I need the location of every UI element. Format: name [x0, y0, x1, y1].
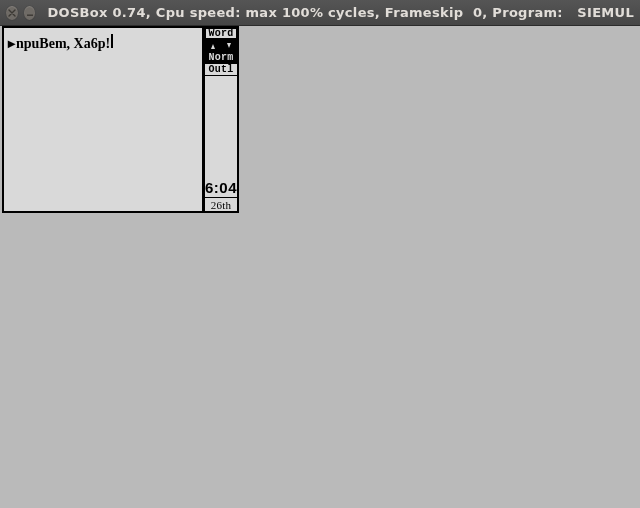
minimize-icon[interactable] [24, 6, 36, 20]
status-spacer [205, 76, 237, 177]
outline-indicator[interactable]: Outl [205, 64, 237, 76]
status-column: Word Norm Outl 6:04 26th [204, 27, 238, 212]
clock-display: 6:04 [205, 177, 237, 197]
svg-marker-1 [211, 44, 215, 49]
window-title: DOSBox 0.74, Cpu speed: max 100% cycles,… [47, 5, 634, 20]
prompt-symbol: ▸ [8, 37, 15, 52]
text-editor-area[interactable]: ▸ npuBem, Xa6p! [3, 27, 203, 212]
window-titlebar: DOSBox 0.74, Cpu speed: max 100% cycles,… [0, 0, 640, 26]
scroll-arrows-icon[interactable] [205, 40, 237, 52]
svg-rect-0 [27, 14, 33, 15]
close-icon[interactable] [6, 6, 18, 20]
emulator-display: ▸ npuBem, Xa6p! Word Norm Outl 6:04 26th [2, 26, 239, 213]
svg-marker-2 [227, 43, 231, 48]
workspace-background: ▸ npuBem, Xa6p! Word Norm Outl 6:04 26th [0, 26, 640, 508]
text-cursor [111, 34, 113, 48]
style-indicator[interactable]: Norm [205, 52, 237, 64]
date-display: 26th [205, 197, 237, 211]
editor-text: npuBem, Xa6p! [16, 37, 110, 52]
mode-indicator[interactable]: Word [205, 28, 237, 40]
